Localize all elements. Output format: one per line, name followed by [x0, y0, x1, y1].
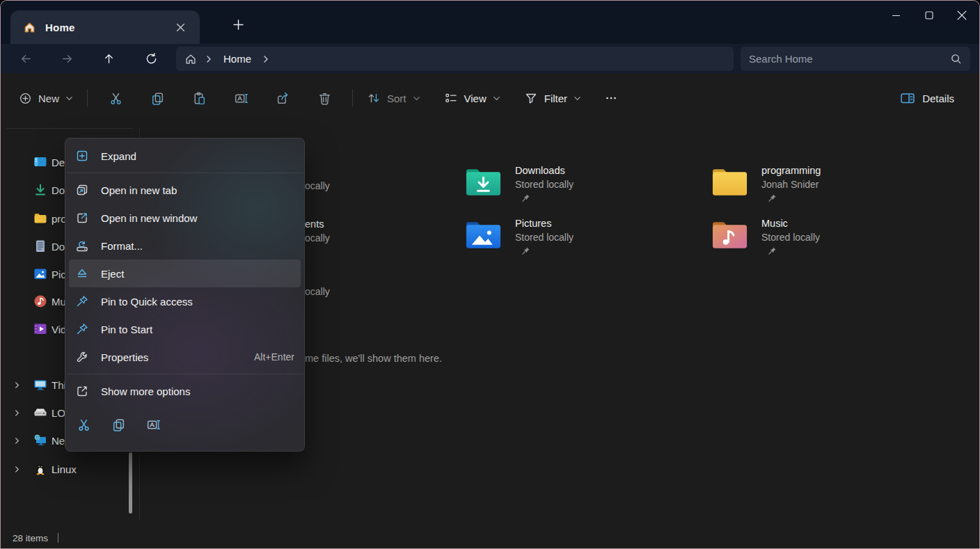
sort-button[interactable]: Sort [360, 86, 427, 110]
tile-programming[interactable]: programming Jonah Snider [711, 164, 821, 202]
music-icon [33, 294, 48, 309]
tile-downloads[interactable]: Downloads Stored locally [464, 164, 574, 202]
folder-icon [711, 164, 749, 199]
chevron-down-icon [65, 95, 73, 102]
tab-home[interactable]: Home [10, 10, 200, 44]
tile-title: Music [761, 218, 820, 229]
view-button[interactable]: View [437, 86, 507, 110]
delete-button[interactable] [310, 84, 339, 112]
menu-quick-actions [65, 405, 304, 440]
new-button-label: New [38, 93, 59, 104]
details-panel-icon [900, 91, 915, 105]
view-button-label: View [464, 93, 487, 104]
open-new-tab-icon [75, 183, 89, 197]
hidden-tile-title-fragment: ents [305, 218, 324, 230]
cut-button[interactable] [101, 84, 130, 112]
chevron-right-icon[interactable] [262, 55, 270, 63]
search-icon[interactable] [950, 53, 962, 65]
tile-subtitle: Stored locally [761, 232, 820, 243]
chevron-right-icon[interactable] [13, 409, 21, 417]
desktop-icon [33, 154, 48, 170]
chevron-right-icon[interactable] [13, 381, 21, 389]
hidden-tile-subtitle-fragment: ocally [305, 286, 330, 297]
more-options-button[interactable] [596, 84, 626, 112]
chevron-right-icon[interactable] [13, 466, 21, 473]
toolbar-separator [87, 89, 88, 107]
maximize-button[interactable] [912, 1, 945, 30]
new-tab-button[interactable] [226, 13, 250, 36]
music-folder-icon [711, 217, 749, 252]
menu-item-properties[interactable]: Properties Alt+Enter [65, 343, 304, 371]
copy-button[interactable] [106, 412, 131, 437]
menu-item-pin-to-start[interactable]: Pin to Start [65, 315, 304, 343]
sidebar-scrollbar[interactable] [129, 452, 132, 514]
close-button[interactable] [945, 1, 978, 30]
pin-icon [521, 246, 574, 255]
pin-icon [521, 193, 574, 202]
copy-button[interactable] [143, 84, 172, 112]
share-button[interactable] [268, 84, 297, 112]
details-button[interactable]: Details [893, 86, 961, 110]
forward-button[interactable] [55, 47, 79, 70]
documents-icon [33, 239, 48, 254]
back-button[interactable] [14, 47, 38, 70]
menu-item-open-new-tab[interactable]: Open in new tab [65, 176, 304, 204]
pictures-icon [33, 266, 48, 282]
navigation-bar: Home [1, 44, 979, 73]
rename-icon [146, 417, 161, 432]
cut-icon [109, 91, 123, 106]
tile-music[interactable]: Music Stored locally [711, 217, 820, 255]
menu-item-eject[interactable]: Eject [69, 260, 301, 287]
tab-close-icon[interactable] [171, 17, 190, 37]
chevron-right-icon[interactable] [13, 437, 21, 445]
pin-icon [768, 193, 821, 202]
chevron-right-icon [205, 55, 213, 63]
tab-title: Home [45, 22, 74, 33]
pictures-folder-icon [464, 217, 503, 252]
titlebar: Home [1, 1, 979, 44]
menu-item-open-new-window[interactable]: Open in new window [65, 204, 304, 232]
pin-icon [75, 322, 89, 336]
search-box[interactable] [741, 47, 970, 71]
tile-pictures[interactable]: Pictures Stored locally [464, 217, 574, 255]
search-input[interactable] [749, 53, 950, 65]
cut-button[interactable] [71, 412, 96, 437]
new-button[interactable]: New [12, 87, 80, 110]
hidden-tile-subtitle-fragment: ocally [305, 232, 330, 244]
sort-button-label: Sort [387, 93, 406, 104]
status-divider [58, 533, 58, 543]
breadcrumb[interactable]: Home [176, 47, 734, 71]
shortcut-label: Alt+Enter [254, 351, 294, 363]
breadcrumb-item-home[interactable]: Home [221, 53, 254, 65]
filter-icon [524, 91, 538, 105]
chevron-down-icon [493, 95, 500, 102]
paste-button[interactable] [184, 84, 214, 112]
network-icon [33, 433, 48, 448]
rename-button[interactable] [141, 412, 166, 437]
home-icon [23, 21, 36, 34]
command-bar: New Sort View [1, 73, 979, 123]
tile-subtitle: Stored locally [515, 232, 574, 243]
minimize-button[interactable] [880, 1, 912, 30]
menu-item-show-more-options[interactable]: Show more options [65, 377, 304, 405]
share-icon [276, 91, 290, 106]
context-menu: Expand Open in new tab Open in new windo… [65, 138, 305, 452]
menu-item-format[interactable]: Format... [65, 232, 304, 260]
status-bar: 28 items [1, 527, 58, 548]
expand-icon [75, 149, 89, 163]
tile-subtitle: Jonah Snider [761, 179, 821, 190]
copy-icon [150, 91, 165, 106]
refresh-button[interactable] [139, 47, 163, 70]
copy-icon [111, 417, 126, 432]
pin-icon [75, 294, 89, 308]
eject-icon [75, 266, 89, 280]
breadcrumb-home-icon[interactable] [184, 53, 197, 65]
menu-item-expand[interactable]: Expand [65, 142, 304, 170]
downloads-folder-icon [464, 164, 503, 199]
plus-circle-icon [19, 92, 32, 105]
paste-icon [192, 91, 207, 106]
menu-item-pin-quick-access[interactable]: Pin to Quick access [65, 287, 304, 315]
rename-button[interactable] [226, 84, 255, 112]
filter-button[interactable]: Filter [517, 86, 588, 110]
up-button[interactable] [97, 47, 120, 70]
